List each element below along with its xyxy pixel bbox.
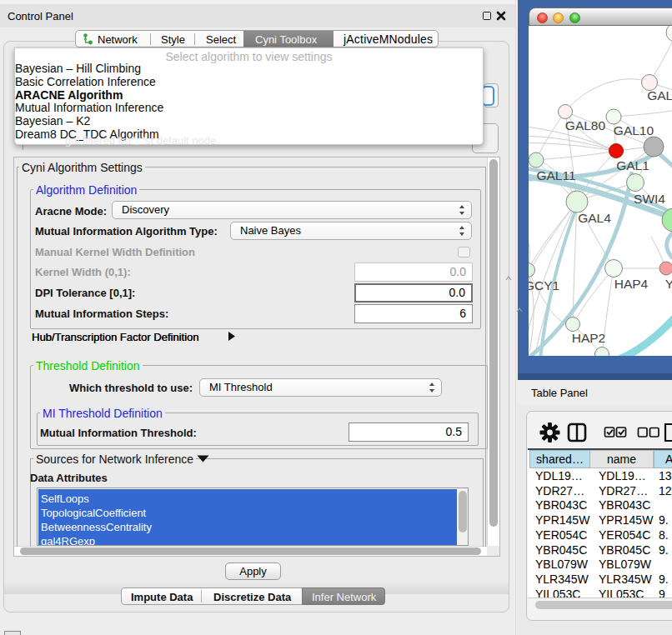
svg-text:HAP2: HAP2 [572, 331, 606, 345]
svg-text:HAP4: HAP4 [614, 277, 649, 291]
svg-text:GAL80: GAL80 [565, 118, 606, 132]
svg-text:GCY1: GCY1 [529, 278, 559, 292]
svg-text:GAL11: GAL11 [536, 168, 575, 182]
svg-text:GAL2: GAL2 [647, 88, 672, 102]
svg-text:GAL10: GAL10 [614, 123, 654, 138]
svg-text:GAL1: GAL1 [616, 158, 649, 172]
svg-text:SWI4: SWI4 [634, 192, 665, 206]
svg-text:GAL4: GAL4 [578, 211, 611, 225]
svg-text:Y: Y [665, 277, 672, 291]
